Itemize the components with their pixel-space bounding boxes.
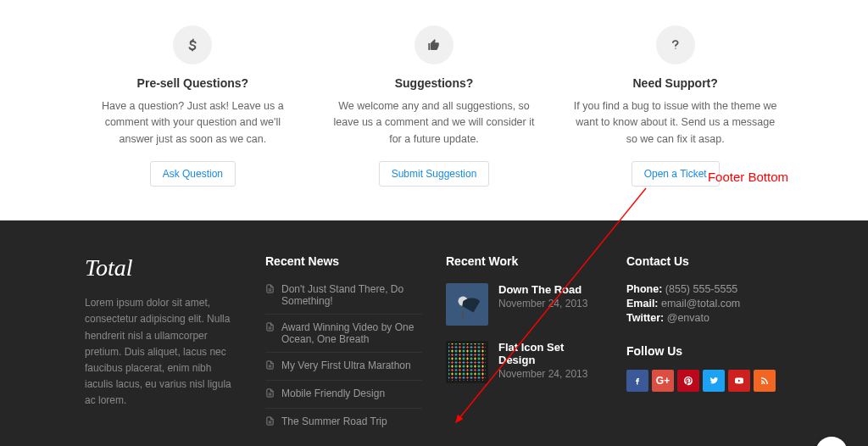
feature-suggestions: Suggestions? We welcome any and all sugg…	[326, 25, 542, 187]
pinterest-icon[interactable]	[677, 370, 699, 392]
work-date: November 24, 2013	[498, 298, 587, 309]
footer: Total Lorem ipsum dolor sit amet, consec…	[0, 220, 868, 446]
news-list: Don't Just Stand There, Do Something! Aw…	[265, 283, 422, 436]
news-item-label: Award Winning Video by One Ocean, One Br…	[281, 321, 422, 345]
work-thumb-icons	[446, 341, 488, 383]
work-thumb-bird	[446, 283, 488, 326]
document-icon	[265, 387, 275, 401]
recent-work-heading: Recent Work	[446, 254, 603, 268]
google-plus-icon[interactable]: G+	[652, 370, 674, 392]
submit-suggestion-button[interactable]: Submit Suggestion	[379, 161, 490, 187]
document-icon	[265, 321, 275, 345]
svg-rect-12	[462, 311, 463, 319]
youtube-icon[interactable]	[728, 370, 750, 392]
news-item-label: My Very First Ultra Marathon	[281, 360, 411, 373]
news-item[interactable]: The Summer Road Trip	[265, 409, 422, 436]
contact-twitter-link[interactable]: @envato	[667, 312, 709, 324]
feature-title: Pre-sell Questions?	[85, 76, 301, 90]
contact-phone: Phone: (855) 555-5555	[626, 283, 783, 295]
contact-email: Email: email@total.com	[626, 298, 783, 309]
news-item[interactable]: Don't Just Stand There, Do Something!	[265, 283, 422, 315]
footer-recent-news: Recent News Don't Just Stand There, Do S…	[265, 254, 422, 436]
feature-title: Suggestions?	[326, 76, 542, 90]
work-title: Down The Road	[498, 283, 587, 296]
annotation-label: Footer Bottom	[708, 170, 788, 184]
news-item-label: Don't Just Stand There, Do Something!	[281, 283, 422, 307]
work-title: Flat Icon Set Design	[498, 341, 603, 366]
contact-email-link[interactable]: email@total.com	[661, 298, 740, 309]
news-item-label: Mobile Friendly Design	[281, 387, 385, 401]
news-item[interactable]: My Very First Ultra Marathon	[265, 353, 422, 381]
twitter-icon[interactable]	[703, 370, 725, 392]
footer-about: Total Lorem ipsum dolor sit amet, consec…	[85, 254, 242, 436]
feature-desc: We welcome any and all suggestions, so l…	[326, 98, 542, 148]
footer-recent-work: Recent Work Down The Road November 24, 2…	[446, 254, 603, 436]
feature-desc: If you find a bug to issue with the them…	[567, 98, 783, 148]
news-item[interactable]: Mobile Friendly Design	[265, 381, 422, 409]
contact-heading: Contact Us	[626, 254, 783, 268]
work-item[interactable]: Flat Icon Set Design November 24, 2013	[446, 341, 603, 383]
open-ticket-button[interactable]: Open a Ticket	[632, 161, 720, 187]
work-date: November 24, 2013	[498, 368, 603, 380]
recent-news-heading: Recent News	[265, 254, 422, 268]
contact-twitter: Twitter: @envato	[626, 312, 783, 324]
footer-contact: Contact Us Phone: (855) 555-5555 Email: …	[626, 254, 783, 436]
feature-presell: Pre-sell Questions? Have a question? Jus…	[85, 25, 301, 187]
question-icon	[656, 25, 695, 64]
facebook-icon[interactable]	[626, 370, 648, 392]
work-item[interactable]: Down The Road November 24, 2013	[446, 283, 603, 326]
document-icon	[265, 415, 275, 429]
news-item-label: The Summer Road Trip	[281, 415, 387, 429]
ask-question-button[interactable]: Ask Question	[150, 161, 236, 187]
follow-heading: Follow Us	[626, 344, 783, 358]
social-row: G+	[626, 370, 783, 392]
thumbs-up-icon	[415, 25, 453, 64]
svg-point-13	[761, 382, 763, 384]
footer-about-text: Lorem ipsum dolor sit amet, consectetur …	[85, 295, 242, 409]
feature-support: Need Support? If you find a bug to issue…	[567, 25, 783, 187]
feature-title: Need Support?	[567, 76, 783, 90]
rss-icon[interactable]	[754, 370, 776, 392]
dollar-icon	[173, 25, 212, 64]
document-icon	[265, 360, 275, 373]
footer-logo: Total	[85, 254, 133, 282]
feature-desc: Have a question? Just ask! Leave us a co…	[85, 98, 301, 148]
document-icon	[265, 283, 275, 307]
news-item[interactable]: Award Winning Video by One Ocean, One Br…	[265, 315, 422, 353]
features-row: Pre-sell Questions? Have a question? Jus…	[0, 0, 868, 220]
